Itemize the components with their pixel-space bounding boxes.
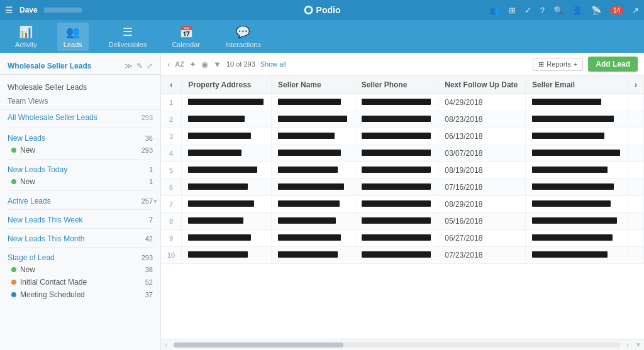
- cell-address: [182, 128, 272, 145]
- sort-az-icon[interactable]: AZ: [175, 60, 184, 68]
- show-all-link[interactable]: Show all: [260, 60, 287, 68]
- col-header-phone[interactable]: Seller Phone: [355, 76, 438, 94]
- settings-icon[interactable]: ✦: [189, 60, 196, 69]
- table-row[interactable]: 508/19/2018: [161, 162, 644, 179]
- col-header-followup[interactable]: Next Follow Up Date: [438, 76, 526, 94]
- reports-button[interactable]: ⊞ Reports +: [533, 58, 583, 71]
- sidebar-item-new-leads[interactable]: New Leads 36: [0, 131, 160, 144]
- table-row[interactable]: 104/29/2018: [161, 94, 644, 111]
- scroll-right-arrow[interactable]: ›: [623, 341, 633, 349]
- cell-seller-phone: [355, 94, 438, 111]
- cell-seller-phone: [355, 196, 438, 213]
- cell-seller-name: [272, 196, 355, 213]
- sidebar-header: Wholesale Seller Leads ≫ ✎ ⤢: [0, 58, 160, 75]
- new-leads-label: New Leads: [8, 134, 45, 143]
- grid-icon[interactable]: ⊞: [509, 6, 516, 15]
- tab-interactions[interactable]: 💬 Interactions: [220, 23, 266, 51]
- user-name: Dave: [19, 6, 38, 14]
- stage-of-lead-label: Stage of Lead: [8, 253, 55, 262]
- people-icon[interactable]: 👥: [490, 6, 500, 15]
- cell-seller-email: [525, 179, 628, 196]
- cell-seller-phone: [355, 179, 438, 196]
- table-row[interactable]: 708/29/2018: [161, 196, 644, 213]
- add-lead-button[interactable]: Add Lead: [588, 57, 638, 72]
- cell-seller-phone: [355, 247, 438, 264]
- new-leads-month-label: New Leads This Month: [8, 234, 85, 243]
- col-header-name[interactable]: Seller Name: [272, 76, 355, 94]
- scroll-left-arrow[interactable]: ‹: [161, 341, 171, 349]
- filter-down-icon[interactable]: ▼: [213, 60, 221, 69]
- cell-spacer: [628, 128, 644, 145]
- cell-row-num: 10: [161, 247, 182, 264]
- user-status-bar: [44, 8, 82, 13]
- col-header-email[interactable]: Seller Email: [525, 76, 628, 94]
- cell-spacer: [628, 179, 644, 196]
- cell-followup-date: 04/29/2018: [438, 94, 526, 111]
- cell-seller-name: [272, 179, 355, 196]
- tab-deliverables-label: Deliverables: [109, 41, 147, 48]
- cell-spacer: [628, 145, 644, 162]
- tab-deliverables[interactable]: ☰ Deliverables: [104, 23, 152, 51]
- green-dot-new: [11, 148, 16, 153]
- stage-new-sub: New 38: [0, 263, 160, 276]
- tab-activity[interactable]: 📊 Activity: [10, 23, 42, 51]
- cell-followup-date: 06/27/2018: [438, 230, 526, 247]
- cell-row-num: 5: [161, 162, 182, 179]
- table-row[interactable]: 805/16/2018: [161, 213, 644, 230]
- cell-seller-name: [272, 230, 355, 247]
- search-icon[interactable]: 🔍: [553, 6, 564, 15]
- sidebar-item-new-leads-month[interactable]: New Leads This Month 42: [0, 231, 160, 244]
- cell-seller-name: [272, 111, 355, 128]
- scrollbar-track[interactable]: [174, 342, 620, 347]
- cell-followup-date: 03/07/2018: [438, 145, 526, 162]
- user-icon[interactable]: 👤: [572, 6, 582, 15]
- orange-dot-stage: [11, 280, 16, 285]
- cell-row-num: 2: [161, 111, 182, 128]
- tab-leads[interactable]: 👥 Leads: [57, 23, 89, 51]
- sidebar-item-new-leads-today[interactable]: New Leads Today 1: [0, 162, 160, 175]
- scroll-down-arrow[interactable]: ▼: [633, 341, 644, 348]
- prev-arrow-icon[interactable]: ‹: [167, 60, 170, 69]
- share-icon[interactable]: ↗: [632, 6, 639, 15]
- tab-calendar[interactable]: 📅 Calendar: [167, 23, 205, 51]
- hamburger-menu[interactable]: ☰: [5, 5, 13, 15]
- sidebar-filter-icon[interactable]: ≫: [125, 62, 133, 70]
- notifications-icon[interactable]: 📡: [591, 6, 601, 15]
- toolbar-right: ⊞ Reports + Add Lead: [533, 57, 638, 72]
- sidebar-edit-icon[interactable]: ✎: [136, 62, 143, 70]
- cell-row-num: 9: [161, 230, 182, 247]
- top-navigation: ☰ Dave Podio 👥 ⊞ ✓ ? 🔍 👤 📡 14 ↗: [0, 0, 644, 20]
- new-leads-week-label: New Leads This Week: [8, 216, 83, 224]
- top-nav-center: Podio: [304, 5, 341, 15]
- sidebar-team-views: Team Views: [0, 95, 160, 110]
- tab-interactions-label: Interactions: [225, 41, 261, 48]
- cell-address: [182, 94, 272, 111]
- check-icon[interactable]: ✓: [525, 6, 531, 15]
- leads-table: ‹ Property Address Seller Name Seller Ph…: [161, 76, 644, 264]
- notification-count: 14: [610, 6, 623, 14]
- table-row[interactable]: 403/07/2018: [161, 145, 644, 162]
- tab-leads-label: Leads: [64, 41, 82, 48]
- top-nav-left: ☰ Dave: [5, 5, 490, 15]
- main-content: Wholesale Seller Leads ≫ ✎ ⤢ Wholesale S…: [0, 53, 644, 350]
- table-row[interactable]: 208/23/2018: [161, 111, 644, 128]
- table-row[interactable]: 607/16/2018: [161, 179, 644, 196]
- filter-dot-icon[interactable]: ◉: [201, 60, 208, 69]
- active-leads-label: Active Leads: [8, 197, 51, 205]
- cell-spacer: [628, 94, 644, 111]
- table-row[interactable]: 1007/23/2018: [161, 247, 644, 264]
- col-header-address[interactable]: Property Address: [182, 76, 272, 94]
- cell-spacer: [628, 247, 644, 264]
- sidebar-item-new-leads-week[interactable]: New Leads This Week 7: [0, 212, 160, 226]
- sidebar-item-stage-of-lead[interactable]: Stage of Lead 293: [0, 250, 160, 263]
- table-header-row: ‹ Property Address Seller Name Seller Ph…: [161, 76, 644, 94]
- cell-row-num: 3: [161, 128, 182, 145]
- sidebar-item-active-leads[interactable]: Active Leads 257: [0, 194, 160, 207]
- col-header-prev[interactable]: ‹: [161, 76, 182, 94]
- table-row[interactable]: 306/13/2018: [161, 128, 644, 145]
- sidebar-scroll-down[interactable]: ▼: [152, 198, 158, 205]
- col-header-next[interactable]: ›: [628, 76, 644, 94]
- sidebar-item-all-leads[interactable]: All Wholesale Seller Leads 293: [0, 110, 160, 125]
- table-row[interactable]: 906/27/2018: [161, 230, 644, 247]
- help-icon[interactable]: ?: [540, 6, 545, 15]
